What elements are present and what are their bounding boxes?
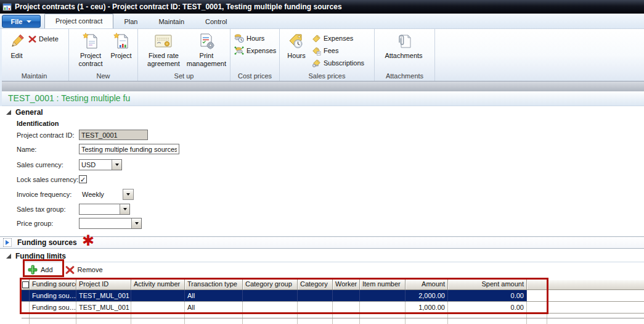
- delete-button[interactable]: Delete: [27, 33, 60, 45]
- attachments-button[interactable]: Attachments: [377, 31, 430, 61]
- column-header-item-number[interactable]: Item number: [360, 280, 406, 290]
- column-header-trailing: [527, 280, 547, 290]
- funding-limits-toolbar: Add Remove: [22, 262, 644, 277]
- sales-hours-button[interactable]: Hours: [282, 31, 311, 61]
- cell-category-group[interactable]: [243, 290, 298, 302]
- cell-item-number[interactable]: [360, 290, 406, 302]
- cell-transaction-type[interactable]: All: [185, 290, 243, 302]
- tab-control[interactable]: Control: [195, 15, 237, 28]
- invoice-frequency-value[interactable]: Weekly: [79, 191, 104, 198]
- column-header-spent-amount[interactable]: Spent amount: [448, 280, 527, 290]
- ribbon-group-setup: Fixed rate agreement Print management Se…: [138, 29, 230, 81]
- sales-currency-combo[interactable]: USD: [79, 159, 122, 170]
- cost-hours-button[interactable]: Hours: [233, 32, 277, 44]
- column-header-category[interactable]: Category: [298, 280, 333, 290]
- title-bar: Project contracts (1 - ceu) - Project co…: [0, 0, 644, 14]
- checkbox-icon: [22, 281, 29, 288]
- lock-sales-currency-checkbox[interactable]: ✓: [79, 175, 87, 183]
- cell-amount[interactable]: 1,000.00: [406, 302, 448, 314]
- file-menu-button[interactable]: File: [2, 15, 41, 28]
- column-header-activity-number[interactable]: Activity number: [131, 280, 185, 290]
- cell-funding-source[interactable]: Funding sou…: [30, 290, 76, 302]
- sales-tax-group-value: [79, 204, 120, 214]
- cell-amount[interactable]: 2,000.00: [406, 290, 448, 302]
- paperclip-document-icon: [394, 32, 413, 51]
- ribbon-group-attachments: Attachments Attachments: [375, 29, 435, 81]
- edit-button[interactable]: Edit: [6, 31, 27, 61]
- fixed-rate-agreement-button[interactable]: Fixed rate agreement: [144, 31, 183, 69]
- cell-worker[interactable]: [333, 290, 360, 302]
- column-header-amount[interactable]: Amount: [406, 280, 448, 290]
- cell-worker[interactable]: [333, 302, 360, 314]
- add-plus-icon: [28, 265, 38, 275]
- cell-funding-source[interactable]: Funding sou…: [30, 302, 76, 314]
- row-filler: [547, 302, 644, 314]
- invoice-frequency-dropdown-button[interactable]: [123, 189, 134, 200]
- sales-fees-button[interactable]: Fees: [311, 44, 365, 57]
- cost-expenses-button-label: Expenses: [247, 47, 276, 54]
- remove-button[interactable]: Remove: [65, 265, 103, 275]
- sales-expenses-button[interactable]: Expenses: [311, 32, 365, 44]
- cell-category[interactable]: [298, 290, 333, 302]
- row-checkbox-cell[interactable]: [22, 302, 30, 314]
- sales-currency-label: Sales currency:: [17, 161, 79, 168]
- field-lock-sales-currency: Lock sales currency: ✓: [17, 175, 87, 183]
- cell-category-group[interactable]: [243, 302, 298, 314]
- add-button-label: Add: [41, 266, 53, 273]
- section-funding-limits[interactable]: Funding limits: [6, 252, 66, 260]
- dropdown-button[interactable]: [112, 160, 121, 170]
- project-contract-button[interactable]: Project contract: [74, 31, 107, 69]
- sales-subscriptions-button[interactable]: Subscriptions: [311, 57, 365, 69]
- grid-row-2[interactable]: Funding sou… TEST_MUL_001 All 1,000.00 0…: [22, 302, 644, 314]
- project-contract-id-field[interactable]: [79, 130, 148, 140]
- cell-project-id[interactable]: TEST_MUL_001: [76, 302, 131, 314]
- sales-tax-group-combo[interactable]: [79, 204, 130, 215]
- column-header-worker[interactable]: Worker: [333, 280, 360, 290]
- ribbon-group-label-cost-prices: Cost prices: [230, 72, 279, 80]
- price-tag-list-icon: [312, 46, 321, 56]
- cell-trailing: [527, 302, 547, 314]
- chevron-down-icon: [26, 20, 31, 23]
- price-group-combo[interactable]: [79, 218, 142, 229]
- section-funding-sources[interactable]: Funding sources: [0, 236, 644, 249]
- cell-category[interactable]: [298, 302, 333, 314]
- tab-maintain[interactable]: Maintain: [148, 15, 195, 28]
- cell-activity-number[interactable]: [131, 302, 185, 314]
- add-button[interactable]: Add: [28, 265, 53, 275]
- delete-x-icon: [28, 35, 36, 43]
- collapse-triangle-icon: [6, 254, 11, 259]
- expand-arrow-icon[interactable]: [3, 238, 12, 247]
- field-sales-tax-group: Sales tax group:: [17, 204, 130, 215]
- delete-button-label: Delete: [39, 35, 59, 43]
- cell-spent-amount[interactable]: 0.00: [448, 302, 527, 314]
- ribbon-group-cost-prices: Hours Expenses Cost prices: [230, 29, 280, 81]
- column-header-category-group[interactable]: Category group: [243, 280, 298, 290]
- cell-project-id[interactable]: TEST_MUL_001: [76, 290, 131, 302]
- cell-transaction-type[interactable]: All: [185, 302, 243, 314]
- row-checkbox-cell[interactable]: [22, 290, 30, 302]
- cell-spent-amount[interactable]: 0.00: [448, 290, 527, 302]
- grid-row-1[interactable]: Funding sou… TEST_MUL_001 All 2,000.00 0…: [22, 290, 644, 302]
- name-field[interactable]: [79, 144, 179, 154]
- dropdown-button[interactable]: [131, 218, 141, 228]
- grid-empty-row: [22, 314, 644, 318]
- project-button[interactable]: Project: [107, 31, 135, 61]
- cell-item-number[interactable]: [360, 302, 406, 314]
- price-tag-icon: [312, 34, 321, 43]
- dropdown-button[interactable]: [120, 204, 129, 214]
- cell-activity-number[interactable]: [131, 290, 185, 302]
- collapse-triangle-icon: [6, 110, 11, 115]
- ribbon-group-label-attachments: Attachments: [375, 72, 434, 80]
- sales-tax-group-label: Sales tax group:: [17, 206, 79, 213]
- tab-project-contract[interactable]: Project contract: [44, 14, 113, 28]
- section-general[interactable]: General: [6, 108, 43, 117]
- print-management-button[interactable]: Print management: [185, 31, 227, 69]
- ribbon-group-label-setup: Set up: [138, 72, 230, 80]
- cost-expenses-button[interactable]: Expenses: [233, 44, 277, 57]
- select-all-column-header[interactable]: [22, 280, 30, 290]
- column-header-transaction-type[interactable]: Transaction type: [185, 280, 243, 290]
- tab-plan[interactable]: Plan: [113, 15, 148, 28]
- column-header-funding-source[interactable]: Funding source: [30, 280, 76, 290]
- ribbon-tab-bar: File Project contract Plan Maintain Cont…: [0, 14, 644, 29]
- column-header-project-id[interactable]: Project ID: [76, 280, 131, 290]
